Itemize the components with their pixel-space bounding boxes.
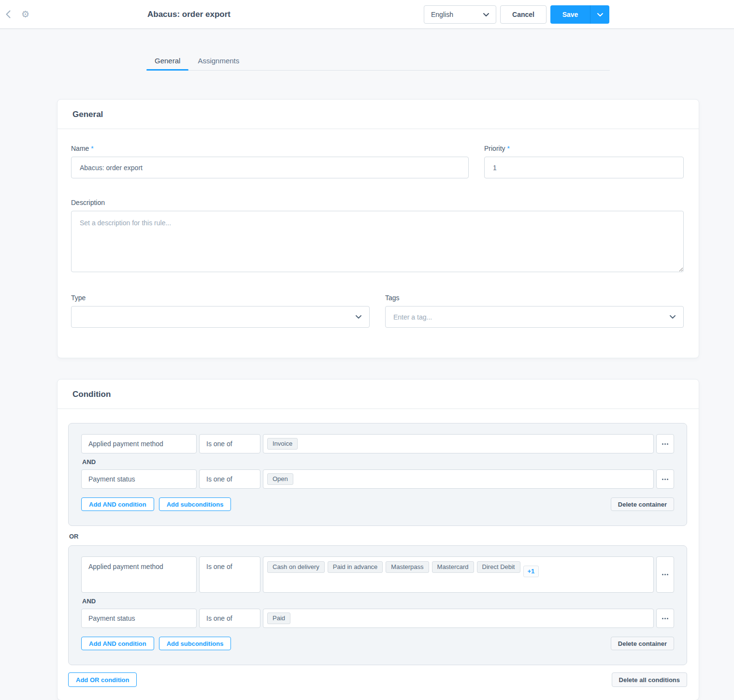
context-menu-button[interactable] (656, 469, 674, 489)
condition-operator-select[interactable]: Is one of (199, 556, 260, 593)
condition-card-header: Condition (58, 379, 699, 409)
value-chip: Cash on delivery (267, 561, 325, 573)
chevron-down-icon (483, 13, 489, 16)
name-label: Name * (71, 145, 469, 152)
save-button[interactable]: Save (550, 5, 590, 24)
tab-label: Assignments (198, 57, 239, 65)
type-field: Type (71, 294, 370, 328)
save-button-group: Save (550, 5, 609, 24)
condition-values-field[interactable]: Invoice (263, 434, 654, 453)
language-select-value: English (431, 11, 453, 18)
condition-card-title: Condition (72, 390, 684, 399)
add-and-condition-button[interactable]: Add AND condition (81, 497, 154, 511)
tags-input[interactable] (393, 313, 670, 321)
tags-label: Tags (385, 294, 684, 302)
delete-container-button[interactable]: Delete container (611, 497, 674, 511)
required-asterisk: * (91, 145, 93, 152)
condition-card: Condition Applied payment method Is one … (57, 379, 699, 700)
container-actions: Add AND condition Add subconditions Dele… (81, 497, 674, 511)
description-field: Description (71, 199, 684, 274)
condition-operator-select[interactable]: Is one of (199, 434, 260, 453)
type-select[interactable] (71, 306, 370, 328)
save-options-button[interactable] (590, 5, 609, 24)
settings-button[interactable]: ⚙ (19, 8, 31, 21)
language-select[interactable]: English (424, 5, 496, 24)
chevron-left-icon (6, 10, 11, 18)
chevron-down-icon (597, 13, 603, 16)
value-chip: Mastercard (432, 561, 474, 573)
chevron-down-icon (670, 315, 676, 319)
gear-icon: ⚙ (21, 10, 29, 19)
condition-row: Payment status Is one of Paid (81, 609, 674, 628)
add-or-condition-button[interactable]: Add OR condition (68, 672, 137, 687)
priority-label: Priority * (484, 145, 684, 152)
general-card: General Name * Priority * Description Ty… (57, 99, 699, 358)
chevron-down-icon (356, 315, 361, 319)
delete-all-conditions-button[interactable]: Delete all conditions (612, 672, 687, 687)
condition-card-body: Applied payment method Is one of Invoice… (58, 409, 699, 700)
add-and-condition-button[interactable]: Add AND condition (81, 637, 154, 650)
context-menu-button[interactable] (656, 556, 674, 593)
smart-bar: ⚙ Abacus: order export English Cancel Sa… (0, 0, 734, 29)
and-label: AND (82, 458, 673, 466)
value-chip: Masterpass (386, 561, 429, 573)
ellipsis-icon (662, 574, 668, 575)
or-label: OR (69, 533, 686, 540)
name-input[interactable] (71, 157, 469, 178)
condition-operator-select[interactable]: Is one of (199, 609, 260, 628)
container-actions: Add AND condition Add subconditions Dele… (81, 637, 674, 650)
value-chip: Direct Debit (477, 561, 520, 573)
tab-general[interactable]: General (146, 54, 188, 70)
context-menu-button[interactable] (656, 609, 674, 628)
ellipsis-icon (662, 479, 668, 480)
value-chip: Open (267, 473, 293, 485)
smart-bar-left: ⚙ (4, 0, 31, 29)
back-button[interactable] (4, 8, 13, 20)
condition-values-field[interactable]: Cash on delivery Paid in advance Masterp… (263, 556, 654, 593)
tab-assignments[interactable]: Assignments (189, 54, 247, 70)
add-subconditions-button[interactable]: Add subconditions (159, 497, 231, 511)
type-label: Type (71, 294, 370, 302)
condition-values-field[interactable]: Open (263, 469, 654, 489)
condition-field-select[interactable]: Applied payment method (81, 556, 197, 593)
priority-field: Priority * (484, 145, 684, 178)
overflow-count-badge[interactable]: +1 (523, 566, 539, 577)
tab-bar: General Assignments (146, 54, 610, 71)
tags-field: Tags (385, 294, 684, 328)
priority-input[interactable] (484, 157, 684, 178)
condition-footer: Add OR condition Delete all conditions (68, 672, 687, 687)
add-subconditions-button[interactable]: Add subconditions (159, 637, 231, 650)
value-chip: Invoice (267, 438, 298, 450)
condition-values-field[interactable]: Paid (263, 609, 654, 628)
and-label: AND (82, 598, 673, 605)
condition-row: Applied payment method Is one of Cash on… (81, 556, 674, 593)
condition-row: Payment status Is one of Open (81, 469, 674, 489)
condition-field-select[interactable]: Payment status (81, 609, 197, 628)
condition-row: Applied payment method Is one of Invoice (81, 434, 674, 453)
description-label: Description (71, 199, 684, 206)
required-asterisk: * (507, 145, 509, 152)
general-card-header: General (58, 100, 699, 129)
name-field: Name * (71, 145, 469, 178)
cancel-button[interactable]: Cancel (500, 5, 547, 24)
condition-operator-select[interactable]: Is one of (199, 469, 260, 489)
condition-field-select[interactable]: Applied payment method (81, 434, 197, 453)
general-card-title: General (72, 110, 684, 119)
ellipsis-icon (662, 443, 668, 445)
tags-select[interactable] (385, 306, 684, 328)
description-textarea[interactable] (71, 211, 684, 272)
value-chip: Paid (267, 612, 290, 624)
ellipsis-icon (662, 618, 668, 619)
page-title: Abacus: order export (147, 10, 230, 19)
general-card-body: Name * Priority * Description Type Tags (58, 129, 699, 358)
condition-container: Applied payment method Is one of Cash on… (68, 545, 687, 665)
context-menu-button[interactable] (656, 434, 674, 453)
tab-label: General (155, 57, 180, 65)
delete-container-button[interactable]: Delete container (611, 637, 674, 650)
condition-container: Applied payment method Is one of Invoice… (68, 423, 687, 526)
smart-bar-actions: English Cancel Save (424, 5, 609, 24)
value-chip: Paid in advance (328, 561, 383, 573)
condition-field-select[interactable]: Payment status (81, 469, 197, 489)
